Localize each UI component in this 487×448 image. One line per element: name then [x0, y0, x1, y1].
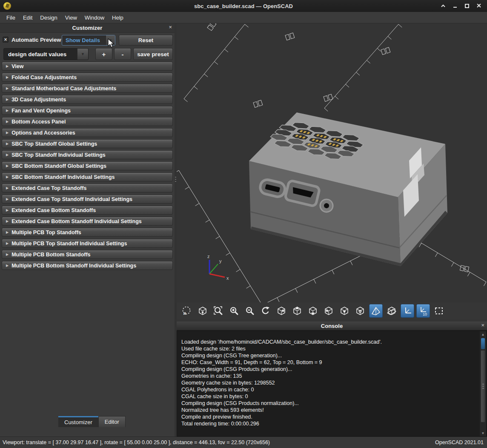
zoom-in-button[interactable]	[227, 304, 241, 318]
view-left-button[interactable]	[322, 304, 335, 318]
view-bottom-button[interactable]	[306, 304, 320, 318]
panel-tab-bar: CustomizerEditor	[58, 416, 126, 427]
menu-file[interactable]: File	[3, 13, 19, 23]
show-axes-button[interactable]	[401, 304, 414, 318]
view-all-button[interactable]: »	[180, 304, 194, 318]
show-crosshairs-icon	[434, 306, 444, 316]
tab-editor[interactable]: Editor	[98, 416, 126, 427]
automatic-preview-checkbox[interactable]: ×	[3, 37, 9, 43]
scroll-down-icon[interactable]: ▼	[480, 430, 486, 436]
menu-edit[interactable]: Edit	[19, 13, 36, 23]
view-front-icon	[339, 306, 349, 316]
console-header[interactable]: Console ×	[177, 322, 487, 330]
menu-view[interactable]: View	[61, 13, 81, 23]
customizer-section[interactable]: ▶Multiple PCB Top Standoffs	[2, 228, 173, 237]
console-close-icon[interactable]: ×	[481, 322, 484, 328]
save-preset-button[interactable]: save preset	[133, 48, 173, 60]
console-line: Total rendering time: 0:00:00.296	[181, 420, 478, 427]
rotate-view-button[interactable]	[259, 304, 272, 318]
customizer-section[interactable]: ▶Extended Case Bottom Standoff Individua…	[2, 217, 173, 226]
zoom-out-button[interactable]	[243, 304, 257, 318]
3d-viewport[interactable]: z y x	[177, 23, 487, 302]
zoom-all-icon	[213, 306, 223, 316]
console-line: Geometries in cache: 135	[181, 373, 478, 379]
customizer-section[interactable]: ▶SBC Bottom Standoff Individual Settings	[2, 172, 173, 181]
customizer-section-label: View	[11, 63, 23, 69]
minimize-window-button[interactable]	[450, 2, 460, 10]
chevron-right-icon: ▶	[2, 241, 11, 245]
menu-help[interactable]: Help	[108, 13, 127, 23]
customizer-section[interactable]: ▶Multiple PCB Bottom Standoffs	[2, 250, 173, 259]
view-back-button[interactable]	[353, 304, 367, 318]
customizer-section[interactable]: ▶Fan and Vent Openings	[2, 106, 173, 115]
reset-button[interactable]: Reset	[119, 35, 173, 46]
customizer-section[interactable]: ▶Extended Case Bottom Standoffs	[2, 206, 173, 215]
chevron-right-icon: ▶	[2, 197, 11, 201]
maximize-window-button[interactable]	[462, 2, 472, 10]
orthogonal-button[interactable]	[385, 304, 398, 318]
perspective-icon	[371, 306, 381, 316]
customizer-section[interactable]: ▶3D Case Adjustments	[2, 95, 173, 104]
console-panel[interactable]: Loaded design '/home/hominoid/CADCAM/sbc…	[177, 330, 487, 437]
case-model	[249, 112, 447, 266]
chevron-right-icon: ▶	[2, 86, 11, 90]
customizer-section[interactable]: ▶SBC Top Standoff Individual Settings	[2, 150, 173, 159]
chevron-right-icon: ▶	[2, 186, 11, 190]
customizer-section[interactable]: ▶SBC Top Standoff Global Settings	[2, 139, 173, 148]
chevron-down-icon[interactable]: ▼	[77, 49, 88, 60]
customizer-section[interactable]: ▶Extended Case Top Standoff Individual S…	[2, 195, 173, 204]
remove-preset-button[interactable]: -	[114, 48, 131, 60]
tab-customizer[interactable]: Customizer	[58, 416, 98, 427]
title-bar[interactable]: sbc_case_builder.scad — OpenSCAD	[0, 0, 487, 12]
view-left-icon	[324, 306, 334, 316]
chevron-right-icon: ▶	[2, 219, 11, 223]
chevron-right-icon: ▶	[2, 164, 11, 168]
customizer-close-icon[interactable]: ×	[169, 24, 172, 30]
customizer-panel-header[interactable]: Customizer ×	[0, 23, 175, 33]
customizer-section[interactable]: ▶Options and Accessories	[2, 128, 173, 137]
zoom-all-button[interactable]	[212, 304, 225, 318]
scroll-up-icon[interactable]: ▲	[480, 331, 486, 337]
customizer-section-label: Fan and Vent Openings	[11, 108, 71, 114]
window-title: sbc_case_builder.scad — OpenSCAD	[0, 3, 487, 9]
console-line: CGAL Polyhedrons in cache: 0	[181, 386, 478, 393]
reset-view-button[interactable]	[196, 304, 209, 318]
add-preset-button[interactable]: +	[95, 48, 112, 60]
perspective-button[interactable]	[369, 304, 383, 318]
view-back-icon	[355, 306, 365, 316]
customizer-section-label: Options and Accessories	[11, 130, 75, 136]
scrollbar-thumb[interactable]	[481, 350, 485, 422]
customizer-section[interactable]: ▶View	[2, 62, 173, 71]
view-top-button[interactable]	[290, 304, 304, 318]
preset-select[interactable]: design default values ▼	[3, 48, 89, 60]
view-top-icon	[292, 306, 302, 316]
view-right-button[interactable]	[275, 304, 288, 318]
chevron-right-icon: ▶	[2, 131, 11, 135]
customizer-section[interactable]: ▶Multiple PCB Top Standoff Individual Se…	[2, 239, 173, 248]
show-scale-markers-button[interactable]: 10	[416, 304, 430, 318]
customizer-section[interactable]: ▶Bottom Access Panel	[2, 117, 173, 126]
chevron-right-icon: ▶	[2, 142, 11, 146]
customizer-section[interactable]: ▶Standard Motherboard Case Adjustments	[2, 84, 173, 93]
customizer-section[interactable]: ▶Folded Case Adjustments	[2, 73, 173, 82]
customizer-section[interactable]: ▶SBC Bottom Standoff Global Settings	[2, 161, 173, 170]
menu-window[interactable]: Window	[81, 13, 108, 23]
console-line: Compiling design (CSG Products normaliza…	[181, 400, 478, 407]
menu-design[interactable]: Design	[36, 13, 61, 23]
menu-bar: FileEditDesignViewWindowHelp	[0, 12, 487, 23]
chevron-right-icon: ▶	[2, 75, 11, 79]
customizer-section[interactable]: ▶Multiple PCB Bottom Standoff Individual…	[2, 261, 173, 270]
shade-window-button[interactable]	[438, 2, 448, 10]
console-scrollbar[interactable]: ▲ ▼	[480, 331, 486, 436]
view-bottom-icon	[308, 306, 318, 316]
chevron-down-icon[interactable]: ▼	[106, 35, 115, 45]
detail-level-select[interactable]: Show Details ▼	[62, 35, 115, 46]
customizer-section[interactable]: ▶Extended Case Top Standoffs	[2, 184, 173, 192]
console-line: Compile and preview finished.	[181, 414, 478, 420]
console-line: Compiling design (CSG Tree generation)..…	[181, 352, 478, 359]
zoom-in-icon	[229, 306, 239, 316]
view-front-button[interactable]	[338, 304, 351, 318]
close-window-button[interactable]	[474, 2, 484, 10]
console-title: Console	[321, 323, 343, 329]
show-crosshairs-button[interactable]	[432, 304, 446, 318]
